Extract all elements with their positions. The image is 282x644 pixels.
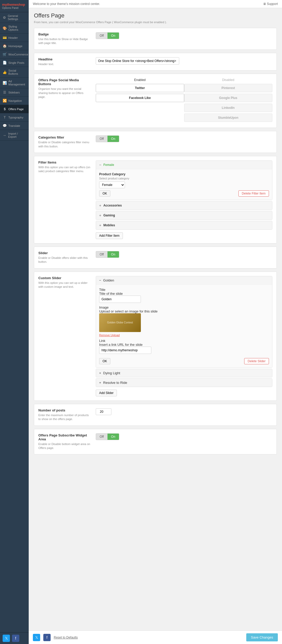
social-media-right: Enabled Twitter Facebook Like Disabled P… xyxy=(96,78,272,123)
female-delete-button[interactable]: Delete Filter Item xyxy=(238,190,269,197)
support-link[interactable]: Support xyxy=(263,2,278,6)
slider-item-dying-light: + Dying Light xyxy=(96,369,272,377)
headline-left: Headline Header text. xyxy=(38,57,91,66)
categories-filter-toggle-off[interactable]: Off xyxy=(96,136,107,142)
social-twitter-btn[interactable]: Twitter xyxy=(96,84,184,92)
slider-toggle-off[interactable]: Off xyxy=(96,251,107,258)
subscribe-widget-toggle[interactable]: Off On xyxy=(96,433,119,440)
badge-toggle[interactable]: Off On xyxy=(96,32,119,39)
sidebar-label-single-posts: Single Posts xyxy=(8,61,24,64)
golden-ok-button[interactable]: OK xyxy=(99,358,110,364)
dying-light-expand-icon: + xyxy=(99,371,101,375)
slider-item-golden-header[interactable]: − Golden xyxy=(96,276,272,284)
image-label: Image xyxy=(99,305,269,309)
social-media-left: Offers Page Social Media Buttons Organiz… xyxy=(38,78,91,99)
sidebar-icon-offers-page: $ xyxy=(3,107,7,111)
categories-filter-toggle[interactable]: Off On xyxy=(96,135,119,142)
sidebar-item-import-export[interactable]: ↔Import / Export xyxy=(0,130,29,141)
badge-section: Badge Use this button to Show or Hide Ba… xyxy=(34,28,277,50)
slider-item-resolve-to-ride-header[interactable]: + Resolve to Ride xyxy=(96,379,272,387)
golden-delete-button[interactable]: Delete Slider xyxy=(244,358,269,364)
sidebar-item-navigation[interactable]: 🔀Navigation xyxy=(0,97,29,105)
sidebar-item-single-posts[interactable]: 📄Single Posts xyxy=(0,59,29,67)
slider-item-golden: − Golden Title Title of the slide Image … xyxy=(96,276,272,368)
sidebar-label-ad-management: Ad Management xyxy=(8,80,26,86)
page-description: From here, you can control your WooComme… xyxy=(34,21,277,24)
headline-right xyxy=(96,57,272,65)
categories-filter-left: Categories filter Enable or Disable cate… xyxy=(38,135,91,148)
female-ok-button[interactable]: OK xyxy=(99,190,110,197)
filter-item-female-header[interactable]: − Female xyxy=(96,161,272,169)
filter-item-female-actions: OK Delete Filter Item xyxy=(99,190,269,197)
sidebar-icon-social-buttons: 👍 xyxy=(3,70,7,74)
headline-desc: Header text. xyxy=(38,62,91,66)
slider-toggle-on[interactable]: On xyxy=(107,251,119,258)
social-disabled-col: Disabled Pinterest Google Plus LinkedIn … xyxy=(184,78,273,123)
save-changes-button[interactable]: Save Changes xyxy=(246,633,278,641)
filter-item-accessories-header[interactable]: + Accessories xyxy=(96,201,272,210)
sidebar-item-typography[interactable]: TTypography xyxy=(0,113,29,122)
sidebar-item-styling-options[interactable]: 🎨Styling Options xyxy=(0,23,29,34)
social-googleplus-btn[interactable]: Google Plus xyxy=(184,94,273,102)
sidebar-item-woocommerce[interactable]: 🛒WooCommerce xyxy=(0,50,29,59)
footer-facebook-icon[interactable]: f xyxy=(43,634,51,641)
social-stumbleupon-btn[interactable]: StumbleUpon xyxy=(184,114,273,122)
facebook-icon[interactable]: f xyxy=(12,635,19,642)
sidebar-icon-typography: T xyxy=(3,115,7,119)
headline-input[interactable] xyxy=(96,57,179,65)
sidebar-item-offers-page[interactable]: $Offers Page xyxy=(0,105,29,113)
slide-image-placeholder: Golden Globe Contest xyxy=(99,313,141,332)
add-slider-button[interactable]: Add Slider xyxy=(96,390,117,396)
link-desc: Insert a link URL for the slide xyxy=(99,343,269,347)
accessories-item-name: Accessories xyxy=(103,204,122,207)
subscribe-widget-toggle-on[interactable]: On xyxy=(107,434,119,440)
slider-toggle[interactable]: Off On xyxy=(96,251,119,258)
sidebar-item-translate[interactable]: 💬Translate xyxy=(0,122,29,130)
badge-right: Off On xyxy=(96,32,272,39)
custom-slider-section: Custom Slider With this option you can s… xyxy=(34,272,277,401)
footer-bar: 𝕏 f Reset to Defaults Save Changes xyxy=(29,630,282,644)
sidebar-item-social-buttons[interactable]: 👍Social Buttons xyxy=(0,67,29,78)
image-desc: Upload or select an image for this slide xyxy=(99,309,269,313)
sidebar-item-homepage[interactable]: 🏠Homepage xyxy=(0,42,29,50)
filter-item-mobiles-header[interactable]: + Mobiles xyxy=(96,221,272,229)
sidebar-item-header[interactable]: 💳Header xyxy=(0,34,29,42)
badge-toggle-off[interactable]: Off xyxy=(96,33,107,39)
accessories-expand-icon: + xyxy=(99,203,101,208)
social-facebook-btn[interactable]: Facebook Like xyxy=(96,94,184,102)
twitter-icon[interactable]: 𝕏 xyxy=(3,635,10,642)
subscribe-widget-toggle-off[interactable]: Off xyxy=(96,434,107,440)
sidebar-item-sidebars[interactable]: ☰Sidebars xyxy=(0,88,29,97)
product-category-select[interactable]: Female Male Kids Accessories Gaming Mobi… xyxy=(99,182,125,188)
footer-twitter-icon[interactable]: 𝕏 xyxy=(33,634,40,641)
female-item-name: Female xyxy=(103,163,114,167)
categories-filter-right: Off On xyxy=(96,135,272,142)
remove-upload-link[interactable]: Remove Upload xyxy=(99,334,269,337)
number-of-posts-input[interactable] xyxy=(96,408,111,415)
slide-link-input[interactable] xyxy=(99,347,151,354)
filter-items-title: Filter Items xyxy=(38,160,91,164)
custom-slider-right: − Golden Title Title of the slide Image … xyxy=(96,276,272,396)
subscribe-widget-right: Off On xyxy=(96,433,272,440)
slider-item-resolve-to-ride: + Resolve to Ride xyxy=(96,378,272,387)
categories-filter-title: Categories filter xyxy=(38,135,91,139)
title-label: Title xyxy=(99,288,269,292)
sidebar-label-import-export: Import / Export xyxy=(8,132,26,138)
categories-filter-toggle-on[interactable]: On xyxy=(107,136,119,142)
sidebar-label-homepage: Homepage xyxy=(8,45,22,48)
add-filter-item-button[interactable]: Add Filter Item xyxy=(96,232,123,239)
social-pinterest-btn[interactable]: Pinterest xyxy=(184,84,273,92)
filter-item-gaming-header[interactable]: + Gaming xyxy=(96,211,272,220)
badge-desc: Use this button to Show or Hide Badge wi… xyxy=(38,37,91,45)
slider-item-dying-light-header[interactable]: + Dying Light xyxy=(96,369,272,377)
custom-slider-desc: With this option you can set up a slider… xyxy=(38,281,91,289)
sidebar-item-ad-management[interactable]: 📊Ad Management xyxy=(0,78,29,88)
reset-defaults-button[interactable]: Reset to Defaults xyxy=(54,636,78,639)
badge-toggle-on[interactable]: On xyxy=(107,33,119,39)
sidebar-item-general-settings[interactable]: ⚙General Settings xyxy=(0,12,29,23)
mobiles-expand-icon: + xyxy=(99,223,101,227)
sidebar-icon-import-export: ↔ xyxy=(3,133,7,137)
sidebar-label-woocommerce: WooCommerce xyxy=(8,53,28,56)
slide-title-input[interactable] xyxy=(99,296,141,303)
social-linkedin-btn[interactable]: LinkedIn xyxy=(184,104,273,112)
